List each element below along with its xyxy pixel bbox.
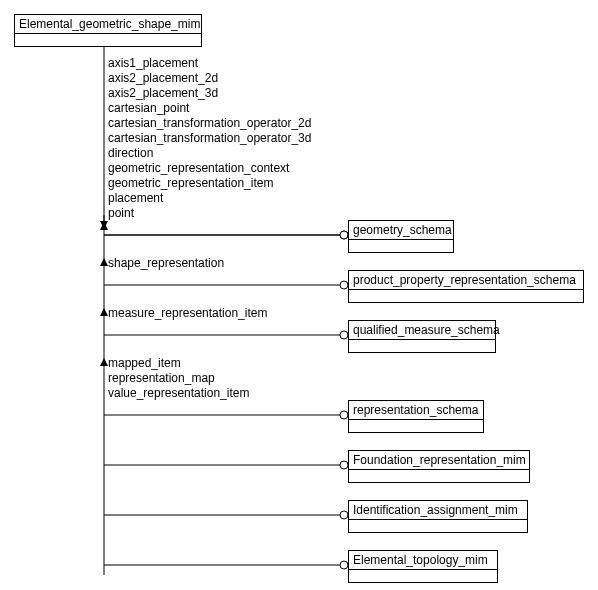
attr: geometric_representation_item	[108, 176, 311, 191]
target-box-5: Identification_assignment_mim	[348, 500, 528, 533]
attr: shape_representation	[108, 256, 224, 271]
attr: geometric_representation_context	[108, 161, 311, 176]
target-box-4: Foundation_representation_mim	[348, 450, 530, 483]
attr: point	[108, 206, 311, 221]
attrs-group-2: measure_representation_item	[108, 306, 267, 321]
target-label: geometry_schema	[349, 221, 453, 240]
target-box-0: geometry_schema	[348, 220, 454, 253]
attrs-group-3: mapped_item representation_map value_rep…	[108, 356, 249, 401]
main-schema-lower	[15, 34, 201, 46]
attr: direction	[108, 146, 311, 161]
attr: axis2_placement_2d	[108, 71, 311, 86]
attr: representation_map	[108, 371, 249, 386]
svg-point-11	[340, 411, 348, 419]
attr: measure_representation_item	[108, 306, 267, 321]
target-label: Identification_assignment_mim	[349, 501, 527, 520]
main-schema-label: Elemental_geometric_shape_mim	[15, 15, 201, 34]
target-box-2: qualified_measure_schema	[348, 320, 496, 353]
target-box-3: representation_schema	[348, 400, 484, 433]
attr: value_representation_item	[108, 386, 249, 401]
svg-point-13	[340, 461, 348, 469]
attr: cartesian_transformation_operator_3d	[108, 131, 311, 146]
attr: cartesian_transformation_operator_2d	[108, 116, 311, 131]
attrs-group-1: shape_representation	[108, 256, 224, 271]
svg-point-7	[340, 281, 348, 289]
attr: axis2_placement_3d	[108, 86, 311, 101]
attrs-group-0: axis1_placement axis2_placement_2d axis2…	[108, 56, 311, 221]
svg-point-17	[340, 561, 348, 569]
svg-point-15	[340, 511, 348, 519]
attr: cartesian_point	[108, 101, 311, 116]
target-label: representation_schema	[349, 401, 483, 420]
svg-point-3	[340, 231, 348, 239]
attr: placement	[108, 191, 311, 206]
attr: axis1_placement	[108, 56, 311, 71]
target-label: qualified_measure_schema	[349, 321, 495, 340]
svg-point-5	[340, 231, 348, 239]
target-box-1: product_property_representation_schema	[348, 270, 584, 303]
svg-point-9	[340, 331, 348, 339]
main-schema-box: Elemental_geometric_shape_mim	[14, 14, 202, 47]
target-label: Elemental_topology_mim	[349, 551, 497, 570]
attr: mapped_item	[108, 356, 249, 371]
target-box-6: Elemental_topology_mim	[348, 550, 498, 583]
target-label: product_property_representation_schema	[349, 271, 583, 290]
target-label: Foundation_representation_mim	[349, 451, 529, 470]
